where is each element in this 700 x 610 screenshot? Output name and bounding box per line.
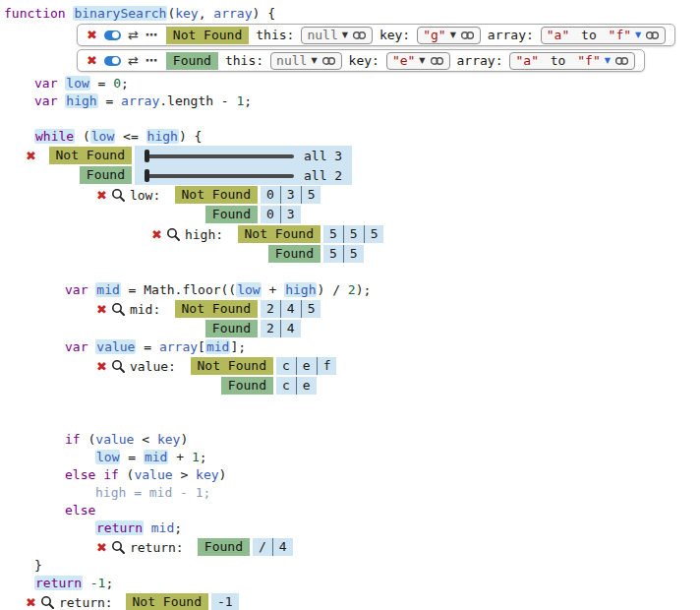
example-badge-found[interactable]: Found bbox=[268, 245, 321, 263]
magnifier-icon[interactable] bbox=[111, 540, 126, 555]
delete-probe-icon[interactable]: ✖ bbox=[26, 149, 36, 163]
code-line[interactable]: function binarySearch(key, array) { bbox=[4, 5, 700, 23]
probe-value-cell: 4 bbox=[280, 300, 301, 318]
example-badge-notfound[interactable]: Not Found bbox=[166, 27, 249, 44]
code-line[interactable]: else if (value > key) bbox=[4, 466, 700, 484]
code-token[interactable]: while bbox=[34, 129, 75, 144]
code-token[interactable]: low bbox=[90, 129, 115, 144]
delete-probe-icon[interactable]: ✖ bbox=[96, 302, 107, 317]
magnifier-icon[interactable] bbox=[40, 595, 55, 610]
caret-down-icon[interactable]: ▼ bbox=[419, 57, 425, 65]
delete-probe-icon[interactable]: ✖ bbox=[96, 359, 107, 374]
code-token[interactable]: low bbox=[65, 76, 89, 91]
array-value-dropdown[interactable]: "a" to "f"▼ bbox=[541, 27, 666, 44]
delete-probe-icon[interactable]: ✖ bbox=[96, 540, 107, 555]
blank-line bbox=[4, 413, 700, 431]
loop-slider-track[interactable] bbox=[145, 150, 294, 162]
magnifier-icon[interactable] bbox=[111, 302, 126, 317]
link-icon[interactable] bbox=[321, 56, 336, 66]
loop-slider-handle[interactable] bbox=[145, 150, 149, 162]
caret-down-icon[interactable]: ▼ bbox=[342, 31, 348, 39]
code-editor[interactable]: function binarySearch(key, array) {✖⇄⋯No… bbox=[0, 0, 700, 610]
more-options-icon[interactable]: ⋯ bbox=[146, 28, 159, 42]
example-badge-found[interactable]: Found bbox=[166, 52, 218, 70]
code-token[interactable]: low bbox=[236, 282, 261, 297]
example-badge-found[interactable]: Found bbox=[80, 166, 132, 184]
code-token[interactable]: return bbox=[34, 576, 83, 590]
swap-arrows-icon[interactable]: ⇄ bbox=[128, 28, 139, 42]
delete-probe-icon[interactable]: ✖ bbox=[26, 595, 36, 610]
swap-arrows-icon[interactable]: ⇄ bbox=[128, 53, 139, 68]
caret-down-icon[interactable]: ▼ bbox=[450, 31, 456, 39]
array-value-dropdown[interactable]: "a" to "f"▼ bbox=[509, 52, 634, 70]
loop-slider-handle[interactable] bbox=[145, 169, 149, 182]
code-token[interactable]: high bbox=[65, 93, 97, 108]
code-line[interactable]: high = mid - 1; bbox=[4, 484, 700, 502]
code-token: array bbox=[159, 339, 198, 354]
magnifier-icon[interactable] bbox=[111, 188, 126, 203]
caret-down-icon[interactable]: ▼ bbox=[311, 57, 317, 65]
example-badge-found[interactable]: Found bbox=[198, 538, 250, 556]
example-badge-found[interactable]: Found bbox=[205, 320, 258, 337]
code-token: array bbox=[121, 93, 159, 108]
code-line[interactable]: return mid; bbox=[4, 519, 700, 537]
code-token[interactable]: high bbox=[284, 282, 317, 297]
delete-probe-icon[interactable]: ✖ bbox=[96, 188, 107, 203]
blank-line bbox=[4, 110, 700, 128]
key-value-dropdown[interactable]: "e"▼ bbox=[386, 52, 450, 70]
caret-down-icon[interactable]: ▼ bbox=[635, 31, 641, 39]
this-value-dropdown[interactable]: null▼ bbox=[270, 52, 341, 70]
code-line[interactable]: var mid = Math.floor((low + high) / 2); bbox=[4, 281, 700, 299]
code-line[interactable]: else bbox=[4, 502, 700, 519]
magnifier-icon[interactable] bbox=[111, 359, 126, 374]
magnifier-icon[interactable] bbox=[166, 227, 181, 242]
code-token: ]; bbox=[230, 339, 246, 354]
code-line[interactable]: } bbox=[4, 557, 700, 575]
link-icon[interactable] bbox=[645, 30, 660, 40]
code-token[interactable]: mid bbox=[205, 339, 230, 354]
probe-row: ✖Not Foundall 3 bbox=[4, 146, 700, 165]
example-badge-found[interactable]: Found bbox=[205, 206, 258, 223]
code-line[interactable]: var high = array.length - 1; bbox=[4, 92, 700, 110]
example-badge-notfound[interactable]: Not Found bbox=[191, 357, 273, 375]
code-line[interactable]: if (value < key) bbox=[4, 431, 700, 449]
code-token bbox=[83, 576, 90, 590]
code-line[interactable]: var low = 0; bbox=[4, 75, 700, 92]
code-token[interactable]: low bbox=[95, 450, 120, 464]
probe-row: Foundall 2 bbox=[4, 165, 700, 185]
delete-probe-icon[interactable]: ✖ bbox=[151, 227, 162, 242]
code-line[interactable]: low = mid + 1; bbox=[4, 449, 700, 466]
link-icon[interactable] bbox=[352, 30, 367, 40]
link-icon[interactable] bbox=[460, 30, 475, 40]
visibility-toggle[interactable] bbox=[104, 56, 121, 66]
probe-value-cell: 2 bbox=[261, 300, 280, 318]
caret-down-icon[interactable]: ▼ bbox=[605, 57, 611, 65]
delete-example-icon[interactable]: ✖ bbox=[87, 53, 97, 68]
more-options-icon[interactable]: ⋯ bbox=[146, 53, 159, 68]
probe-value-cell: 3 bbox=[280, 186, 301, 204]
dropdown-value: null bbox=[276, 53, 307, 68]
code-token[interactable]: value bbox=[95, 339, 136, 354]
visibility-toggle[interactable] bbox=[104, 30, 121, 40]
code-line[interactable]: var value = array[mid]; bbox=[4, 338, 700, 356]
link-icon[interactable] bbox=[430, 56, 444, 66]
code-token: else bbox=[65, 503, 95, 518]
code-token[interactable]: binarySearch bbox=[73, 6, 167, 21]
example-badge-notfound[interactable]: Not Found bbox=[175, 300, 258, 318]
key-value-dropdown[interactable]: "g"▼ bbox=[417, 27, 481, 44]
this-value-dropdown[interactable]: null▼ bbox=[301, 27, 372, 44]
example-badge-notfound[interactable]: Not Found bbox=[238, 225, 321, 243]
delete-example-icon[interactable]: ✖ bbox=[87, 28, 97, 42]
code-line[interactable]: return -1; bbox=[4, 575, 700, 592]
code-token[interactable]: mid bbox=[95, 282, 120, 297]
example-badge-notfound[interactable]: Not Found bbox=[175, 186, 258, 204]
example-badge-notfound[interactable]: Not Found bbox=[49, 147, 132, 164]
code-token[interactable]: mid bbox=[144, 450, 168, 464]
example-badge-notfound[interactable]: Not Found bbox=[126, 593, 208, 610]
loop-slider-track[interactable] bbox=[145, 169, 294, 182]
example-badge-found[interactable]: Found bbox=[221, 377, 273, 395]
code-line[interactable]: while (low <= high) { bbox=[4, 128, 700, 146]
link-icon[interactable] bbox=[614, 56, 629, 66]
code-token[interactable]: high bbox=[146, 129, 179, 144]
code-token[interactable]: return bbox=[95, 520, 144, 535]
